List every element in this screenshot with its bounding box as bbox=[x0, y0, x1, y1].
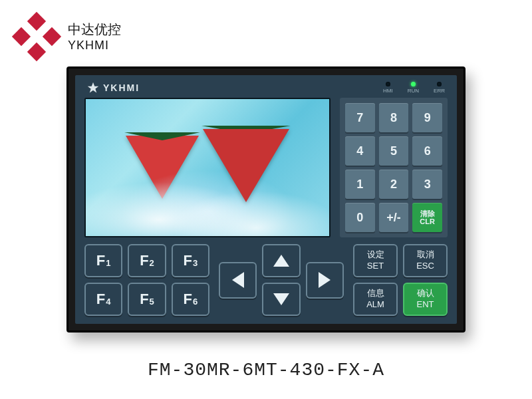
key-9[interactable]: 9 bbox=[412, 103, 442, 132]
device-panel: YKHMI HMI RUN ERR bbox=[75, 75, 457, 324]
logo-cn: 中达优控 bbox=[68, 21, 121, 39]
led-run-label: RUN bbox=[408, 88, 419, 94]
key-esc-en: ESC bbox=[416, 261, 434, 272]
key-set-en: SET bbox=[367, 261, 384, 272]
screen-splash-graphic bbox=[86, 154, 329, 236]
led-err-dot bbox=[437, 82, 442, 86]
key-esc-cn: 取消 bbox=[417, 249, 434, 261]
key-arrow-right[interactable] bbox=[306, 262, 344, 299]
key-plusminus[interactable]: +/- bbox=[379, 203, 409, 232]
arrow-keys bbox=[219, 244, 344, 316]
led-err-label: ERR bbox=[434, 88, 445, 94]
key-4[interactable]: 4 bbox=[345, 136, 375, 166]
arrow-up-icon bbox=[273, 255, 289, 267]
key-8[interactable]: 8 bbox=[379, 103, 409, 132]
key-7[interactable]: 7 bbox=[345, 103, 375, 132]
key-f3[interactable]: F3 bbox=[172, 244, 209, 277]
led-hmi: HMI bbox=[383, 82, 393, 94]
key-esc[interactable]: 取消 ESC bbox=[403, 244, 448, 277]
key-set[interactable]: 设定 SET bbox=[353, 244, 398, 277]
device-brand: YKHMI bbox=[87, 82, 140, 94]
logo-en: YKHMI bbox=[68, 39, 121, 53]
display-screen bbox=[84, 98, 331, 237]
key-2[interactable]: 2 bbox=[379, 170, 409, 199]
key-ent-cn: 确认 bbox=[417, 288, 434, 299]
led-hmi-label: HMI bbox=[383, 88, 393, 94]
svg-marker-0 bbox=[88, 82, 99, 93]
key-clear-en: CLR bbox=[420, 217, 435, 225]
key-6[interactable]: 6 bbox=[412, 136, 442, 166]
key-arrow-down[interactable] bbox=[262, 283, 300, 316]
numeric-keypad: 7 8 9 4 5 6 1 2 3 0 +/- 清除 CLR bbox=[340, 98, 448, 237]
key-ent-en: ENT bbox=[417, 299, 434, 311]
key-alm-en: ALM bbox=[366, 299, 384, 311]
key-1[interactable]: 1 bbox=[345, 170, 375, 199]
key-0[interactable]: 0 bbox=[345, 203, 375, 232]
key-set-cn: 设定 bbox=[367, 249, 384, 261]
brand-text: YKHMI bbox=[103, 82, 140, 93]
led-run-dot bbox=[411, 82, 416, 86]
led-err: ERR bbox=[434, 82, 445, 94]
key-f2[interactable]: F2 bbox=[128, 244, 166, 277]
key-f4[interactable]: F4 bbox=[84, 283, 122, 316]
brand-star-icon bbox=[87, 82, 99, 94]
led-hmi-dot bbox=[386, 82, 390, 86]
logo-text: 中达优控 YKHMI bbox=[68, 21, 121, 53]
key-f6[interactable]: F6 bbox=[172, 283, 209, 316]
key-f1[interactable]: F1 bbox=[84, 244, 122, 277]
lower-section: F1 F2 F3 F4 F5 F6 设定 SET 取消 bbox=[84, 244, 448, 316]
key-alm-cn: 信息 bbox=[367, 288, 384, 299]
action-keys: 设定 SET 取消 ESC 信息 ALM 确认 ENT bbox=[353, 244, 448, 316]
key-clear[interactable]: 清除 CLR bbox=[412, 203, 442, 232]
key-alm[interactable]: 信息 ALM bbox=[353, 283, 398, 316]
key-clear-cn: 清除 bbox=[420, 209, 435, 217]
star-logo-icon bbox=[13, 13, 60, 60]
model-number: FM-30MR-6MT-430-FX-A bbox=[0, 360, 532, 380]
key-arrow-left[interactable] bbox=[219, 262, 257, 299]
device-header: YKHMI HMI RUN ERR bbox=[84, 80, 448, 98]
upper-section: 7 8 9 4 5 6 1 2 3 0 +/- 清除 CLR bbox=[84, 98, 448, 237]
status-leds: HMI RUN ERR bbox=[383, 82, 445, 94]
company-logo-block: 中达优控 YKHMI bbox=[13, 13, 121, 60]
hmi-device: YKHMI HMI RUN ERR bbox=[66, 66, 466, 332]
key-f5[interactable]: F5 bbox=[128, 283, 166, 316]
arrow-down-icon bbox=[273, 293, 289, 305]
led-run: RUN bbox=[408, 82, 419, 94]
key-ent[interactable]: 确认 ENT bbox=[403, 283, 448, 316]
arrow-left-icon bbox=[232, 272, 244, 288]
key-5[interactable]: 5 bbox=[379, 136, 409, 166]
arrow-right-icon bbox=[319, 272, 331, 288]
key-3[interactable]: 3 bbox=[412, 170, 442, 199]
function-keys: F1 F2 F3 F4 F5 F6 bbox=[84, 244, 209, 316]
key-arrow-up[interactable] bbox=[262, 244, 300, 277]
